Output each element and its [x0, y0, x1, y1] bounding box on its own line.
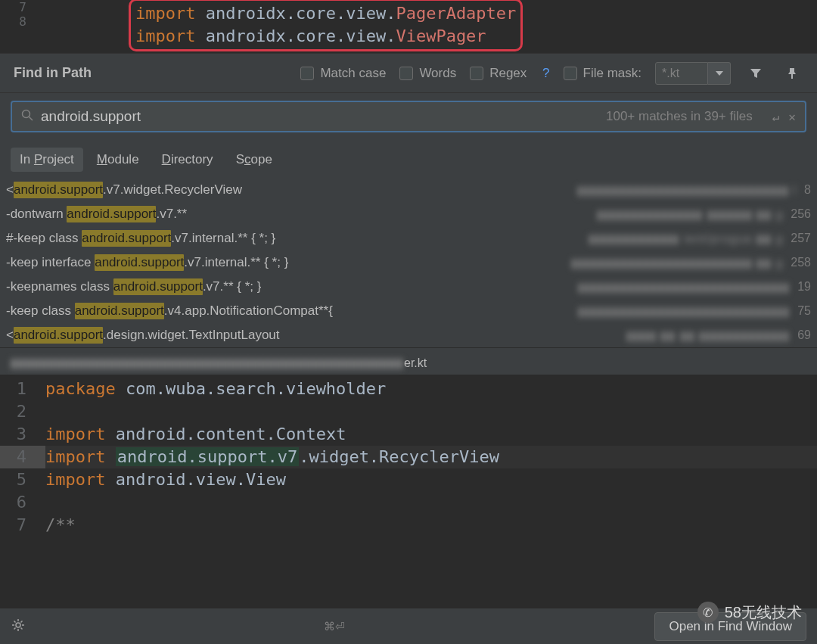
- tab-scope[interactable]: Scope: [227, 148, 281, 172]
- package-path: androidx.core.view.: [206, 25, 396, 48]
- gutter-line: 7: [0, 0, 45, 14]
- result-row[interactable]: -keep class android.support.v4.app.Notif…: [0, 299, 817, 323]
- result-row[interactable]: -dontwarn android.support.v7.**▮▮▮▮▮▮▮▮▮…: [0, 202, 817, 226]
- enter-icon[interactable]: ↵: [772, 110, 780, 124]
- code-line: 3import android.content.Context: [0, 423, 817, 446]
- code-line: 1package com.wuba.search.viewholder: [0, 378, 817, 400]
- tab-in-project[interactable]: In Project: [11, 148, 83, 172]
- result-row[interactable]: -keep interface android.support.v7.inter…: [0, 250, 817, 275]
- tab-directory[interactable]: Directory: [153, 148, 222, 172]
- filter-icon[interactable]: [744, 62, 767, 85]
- words-checkbox[interactable]: Words: [399, 66, 456, 81]
- code-line: 4import android.support.v7.widget.Recycl…: [0, 446, 817, 468]
- search-input[interactable]: [41, 108, 606, 125]
- error-class: ViewPager: [396, 25, 486, 48]
- search-box: 100+ matches in 39+ files ↵ ✕: [11, 101, 806, 132]
- file-mask-checkbox[interactable]: File mask:: [564, 66, 641, 81]
- editor-top: 7 8 import androidx.core.view.PagerAdapt…: [0, 0, 817, 53]
- tab-module[interactable]: Module: [88, 148, 148, 172]
- watermark: ✆ 58无线技术: [697, 602, 802, 623]
- error-class: PagerAdapter: [396, 2, 516, 25]
- code-line: 5import android.view.View: [0, 468, 817, 491]
- preview-file-path: ▮▮▮▮▮▮▮▮▮▮▮▮▮▮▮▮▮▮▮▮▮▮▮▮▮▮▮▮▮▮▮▮▮▮▮▮▮▮▮▮…: [0, 347, 817, 375]
- wechat-icon: ✆: [697, 602, 719, 623]
- svg-point-2: [16, 623, 20, 627]
- keyword: import: [135, 2, 195, 25]
- code-line: 2: [0, 400, 817, 423]
- svg-line-1: [30, 117, 33, 121]
- match-count: 100+ matches in 39+ files: [606, 109, 753, 124]
- preview-editor[interactable]: 1package com.wuba.search.viewholder2 3im…: [0, 375, 817, 537]
- pin-icon[interactable]: [781, 62, 803, 85]
- scope-tabs: In Project Module Directory Scope: [0, 140, 817, 178]
- svg-point-0: [23, 110, 30, 118]
- code-line: 7/**: [0, 514, 817, 537]
- regex-help-link[interactable]: ?: [542, 66, 549, 81]
- code-line: 6: [0, 491, 817, 514]
- find-in-path-panel: Find in Path Match case Words Regex ? Fi…: [0, 53, 817, 537]
- shortcut-hint: ⌘⏎: [324, 620, 345, 633]
- find-header: Find in Path Match case Words Regex ? Fi…: [0, 54, 817, 93]
- result-row[interactable]: <android.support.v7.widget.RecyclerView▮…: [0, 178, 817, 202]
- result-row[interactable]: -keepnames class android.support.v7.** {…: [0, 275, 817, 299]
- keyword: import: [135, 25, 195, 48]
- file-mask-dropdown[interactable]: [708, 62, 731, 85]
- highlight-box: import androidx.core.view.PagerAdapter i…: [129, 0, 523, 51]
- gutter-line: 8: [0, 14, 45, 29]
- settings-icon[interactable]: [11, 618, 26, 636]
- find-title: Find in Path: [14, 65, 92, 81]
- package-path: androidx.core.view.: [206, 2, 396, 25]
- bottom-bar: ⌘⏎ Open in Find Window: [0, 608, 817, 644]
- result-row[interactable]: #-keep class android.support.v7.internal…: [0, 226, 817, 250]
- results-list: <android.support.v7.widget.RecyclerView▮…: [0, 178, 817, 347]
- regex-checkbox[interactable]: Regex ?: [470, 66, 549, 81]
- result-row[interactable]: <android.support.design.widget.TextInput…: [0, 323, 817, 347]
- clear-icon[interactable]: ✕: [788, 110, 796, 124]
- search-icon: [21, 109, 33, 124]
- match-case-checkbox[interactable]: Match case: [300, 66, 386, 81]
- file-mask-input[interactable]: [655, 62, 708, 85]
